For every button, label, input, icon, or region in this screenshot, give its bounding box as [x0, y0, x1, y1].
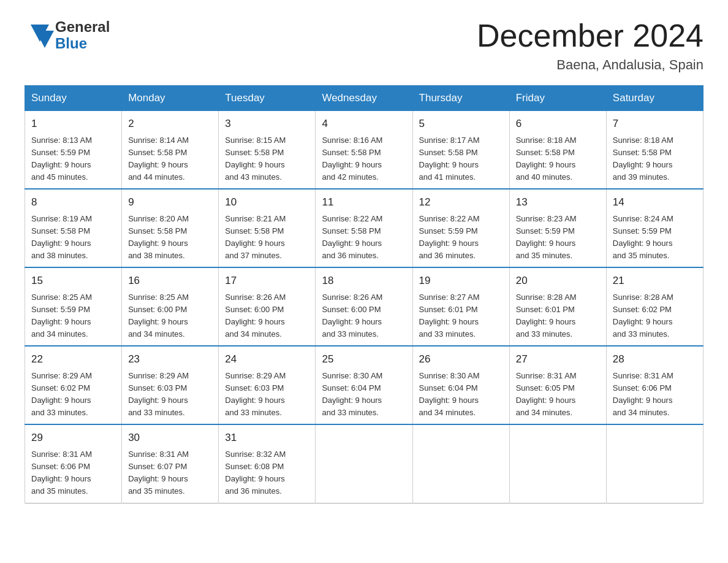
header-thursday: Thursday: [412, 86, 509, 111]
table-row: 27 Sunrise: 8:31 AM Sunset: 6:05 PM Dayl…: [509, 346, 606, 424]
day-number: 30: [128, 430, 212, 446]
day-info: Sunrise: 8:31 AM Sunset: 6:06 PM Dayligh…: [31, 448, 115, 498]
day-info: Sunrise: 8:29 AM Sunset: 6:03 PM Dayligh…: [128, 370, 212, 419]
day-number: 20: [516, 273, 600, 289]
day-number: 21: [613, 273, 697, 289]
day-info: Sunrise: 8:31 AM Sunset: 6:07 PM Dayligh…: [128, 448, 212, 498]
day-info: Sunrise: 8:17 AM Sunset: 5:58 PM Dayligh…: [419, 134, 503, 184]
table-row: 24 Sunrise: 8:29 AM Sunset: 6:03 PM Dayl…: [219, 346, 316, 424]
table-row: 21 Sunrise: 8:28 AM Sunset: 6:02 PM Dayl…: [606, 267, 703, 346]
calendar-week-row: 15 Sunrise: 8:25 AM Sunset: 5:59 PM Dayl…: [25, 267, 703, 346]
day-number: 13: [516, 194, 600, 210]
day-number: 18: [322, 273, 406, 289]
day-info: Sunrise: 8:23 AM Sunset: 5:59 PM Dayligh…: [516, 213, 600, 262]
table-row: 26 Sunrise: 8:30 AM Sunset: 6:04 PM Dayl…: [412, 346, 509, 424]
header-saturday: Saturday: [606, 86, 703, 111]
calendar-week-row: 29 Sunrise: 8:31 AM Sunset: 6:06 PM Dayl…: [25, 424, 703, 503]
logo-text-blue: Blue: [55, 36, 110, 52]
table-row: 5 Sunrise: 8:17 AM Sunset: 5:58 PM Dayli…: [412, 111, 509, 190]
table-row: 13 Sunrise: 8:23 AM Sunset: 5:59 PM Dayl…: [509, 189, 606, 267]
table-row: [316, 424, 412, 503]
table-row: 19 Sunrise: 8:27 AM Sunset: 6:01 PM Dayl…: [412, 267, 509, 346]
day-info: Sunrise: 8:15 AM Sunset: 5:58 PM Dayligh…: [225, 134, 309, 184]
table-row: 4 Sunrise: 8:16 AM Sunset: 5:58 PM Dayli…: [316, 111, 412, 190]
day-number: 8: [31, 194, 115, 210]
calendar-header-row: Sunday Monday Tuesday Wednesday Thursday…: [25, 86, 703, 111]
table-row: 18 Sunrise: 8:26 AM Sunset: 6:00 PM Dayl…: [316, 267, 412, 346]
logo-text-general: General: [55, 19, 110, 35]
location-title: Baena, Andalusia, Spain: [477, 57, 703, 73]
day-info: Sunrise: 8:22 AM Sunset: 5:59 PM Dayligh…: [419, 213, 503, 262]
table-row: 3 Sunrise: 8:15 AM Sunset: 5:58 PM Dayli…: [219, 111, 316, 190]
table-row: 15 Sunrise: 8:25 AM Sunset: 5:59 PM Dayl…: [25, 267, 122, 346]
table-row: [412, 424, 509, 503]
day-number: 16: [128, 273, 212, 289]
day-number: 25: [322, 351, 406, 367]
day-number: 22: [31, 351, 115, 367]
table-row: 29 Sunrise: 8:31 AM Sunset: 6:06 PM Dayl…: [25, 424, 122, 503]
day-number: 14: [613, 194, 697, 210]
day-info: Sunrise: 8:32 AM Sunset: 6:08 PM Dayligh…: [225, 448, 309, 498]
day-info: Sunrise: 8:20 AM Sunset: 5:58 PM Dayligh…: [128, 213, 212, 262]
svg-marker-1: [36, 31, 54, 48]
day-number: 27: [516, 351, 600, 367]
month-title: December 2024: [477, 18, 703, 53]
day-info: Sunrise: 8:24 AM Sunset: 5:59 PM Dayligh…: [613, 213, 697, 262]
day-number: 2: [128, 116, 212, 132]
table-row: [606, 424, 703, 503]
day-info: Sunrise: 8:28 AM Sunset: 6:01 PM Dayligh…: [516, 291, 600, 341]
day-number: 9: [128, 194, 212, 210]
table-row: 20 Sunrise: 8:28 AM Sunset: 6:01 PM Dayl…: [509, 267, 606, 346]
header-friday: Friday: [509, 86, 606, 111]
table-row: 12 Sunrise: 8:22 AM Sunset: 5:59 PM Dayl…: [412, 189, 509, 267]
day-info: Sunrise: 8:28 AM Sunset: 6:02 PM Dayligh…: [613, 291, 697, 341]
table-row: 30 Sunrise: 8:31 AM Sunset: 6:07 PM Dayl…: [122, 424, 219, 503]
logo: General Blue: [25, 18, 110, 52]
day-info: Sunrise: 8:26 AM Sunset: 6:00 PM Dayligh…: [322, 291, 406, 341]
table-row: 28 Sunrise: 8:31 AM Sunset: 6:06 PM Dayl…: [606, 346, 703, 424]
day-number: 4: [322, 116, 406, 132]
day-info: Sunrise: 8:30 AM Sunset: 6:04 PM Dayligh…: [419, 370, 503, 419]
table-row: 1 Sunrise: 8:13 AM Sunset: 5:59 PM Dayli…: [25, 111, 122, 190]
table-row: 2 Sunrise: 8:14 AM Sunset: 5:58 PM Dayli…: [122, 111, 219, 190]
day-info: Sunrise: 8:16 AM Sunset: 5:58 PM Dayligh…: [322, 134, 406, 184]
day-info: Sunrise: 8:14 AM Sunset: 5:58 PM Dayligh…: [128, 134, 212, 184]
day-number: 12: [419, 194, 503, 210]
header-wednesday: Wednesday: [316, 86, 412, 111]
day-number: 31: [225, 430, 309, 446]
day-info: Sunrise: 8:21 AM Sunset: 5:58 PM Dayligh…: [225, 213, 309, 262]
page-header: General Blue December 2024 Baena, Andalu…: [25, 18, 703, 73]
day-info: Sunrise: 8:18 AM Sunset: 5:58 PM Dayligh…: [613, 134, 697, 184]
day-info: Sunrise: 8:27 AM Sunset: 6:01 PM Dayligh…: [419, 291, 503, 341]
calendar-week-row: 22 Sunrise: 8:29 AM Sunset: 6:02 PM Dayl…: [25, 346, 703, 424]
table-row: 22 Sunrise: 8:29 AM Sunset: 6:02 PM Dayl…: [25, 346, 122, 424]
header-tuesday: Tuesday: [219, 86, 316, 111]
day-number: 1: [31, 116, 115, 132]
day-info: Sunrise: 8:22 AM Sunset: 5:58 PM Dayligh…: [322, 213, 406, 262]
day-number: 11: [322, 194, 406, 210]
day-number: 7: [613, 116, 697, 132]
day-number: 10: [225, 194, 309, 210]
day-info: Sunrise: 8:30 AM Sunset: 6:04 PM Dayligh…: [322, 370, 406, 419]
day-info: Sunrise: 8:13 AM Sunset: 5:59 PM Dayligh…: [31, 134, 115, 184]
day-number: 28: [613, 351, 697, 367]
table-row: 23 Sunrise: 8:29 AM Sunset: 6:03 PM Dayl…: [122, 346, 219, 424]
table-row: 14 Sunrise: 8:24 AM Sunset: 5:59 PM Dayl…: [606, 189, 703, 267]
logo-icon: [25, 18, 55, 52]
day-info: Sunrise: 8:29 AM Sunset: 6:02 PM Dayligh…: [31, 370, 115, 419]
day-number: 5: [419, 116, 503, 132]
day-number: 17: [225, 273, 309, 289]
table-row: 9 Sunrise: 8:20 AM Sunset: 5:58 PM Dayli…: [122, 189, 219, 267]
header-monday: Monday: [122, 86, 219, 111]
calendar-week-row: 1 Sunrise: 8:13 AM Sunset: 5:59 PM Dayli…: [25, 111, 703, 190]
day-info: Sunrise: 8:31 AM Sunset: 6:05 PM Dayligh…: [516, 370, 600, 419]
table-row: 17 Sunrise: 8:26 AM Sunset: 6:00 PM Dayl…: [219, 267, 316, 346]
day-info: Sunrise: 8:19 AM Sunset: 5:58 PM Dayligh…: [31, 213, 115, 262]
table-row: 16 Sunrise: 8:25 AM Sunset: 6:00 PM Dayl…: [122, 267, 219, 346]
day-info: Sunrise: 8:31 AM Sunset: 6:06 PM Dayligh…: [613, 370, 697, 419]
table-row: 7 Sunrise: 8:18 AM Sunset: 5:58 PM Dayli…: [606, 111, 703, 190]
day-number: 6: [516, 116, 600, 132]
day-info: Sunrise: 8:18 AM Sunset: 5:58 PM Dayligh…: [516, 134, 600, 184]
day-info: Sunrise: 8:25 AM Sunset: 5:59 PM Dayligh…: [31, 291, 115, 341]
day-info: Sunrise: 8:25 AM Sunset: 6:00 PM Dayligh…: [128, 291, 212, 341]
